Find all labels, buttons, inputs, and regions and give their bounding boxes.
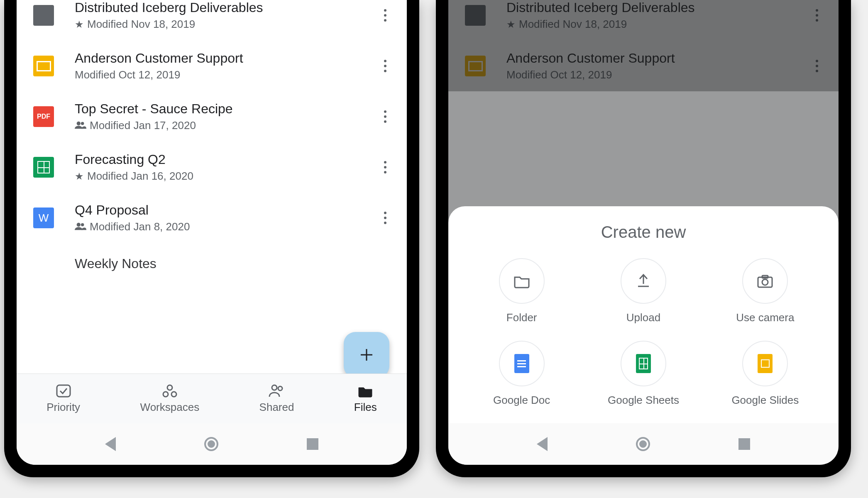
sheets-icon — [33, 157, 54, 178]
file-row[interactable]: Weekly Notes — [17, 243, 407, 284]
more-button[interactable] — [375, 5, 395, 25]
pdf-icon: PDF — [33, 106, 54, 127]
svg-point-7 — [81, 122, 84, 125]
create-google-sheets[interactable]: Google Sheets — [582, 341, 704, 407]
svg-point-17 — [384, 217, 386, 219]
android-back-icon[interactable] — [105, 437, 116, 451]
svg-point-10 — [384, 120, 386, 123]
star-icon: ★ — [75, 171, 84, 182]
android-recent-icon[interactable] — [307, 438, 318, 450]
svg-point-6 — [77, 122, 81, 125]
google-doc-icon — [499, 341, 545, 386]
file-title: Distributed Iceberg Deliverables — [75, 0, 375, 15]
create-fab[interactable] — [344, 332, 389, 378]
file-title: Anderson Customer Support — [75, 51, 375, 66]
svg-point-13 — [384, 171, 386, 173]
nav-priority[interactable]: Priority — [46, 383, 80, 414]
android-back-icon[interactable] — [537, 437, 548, 451]
create-google-doc[interactable]: Google Doc — [461, 341, 582, 407]
shared-icon — [75, 220, 86, 233]
svg-point-25 — [272, 385, 277, 390]
google-slides-icon — [742, 341, 788, 386]
slides-icon — [33, 56, 54, 76]
svg-point-4 — [384, 65, 386, 67]
file-row[interactable]: PDF Top Secret - Sauce Recipe Modified J… — [17, 91, 407, 142]
svg-point-8 — [384, 110, 386, 113]
create-new-sheet: Create new Folder Upload — [448, 206, 839, 423]
svg-point-18 — [384, 222, 386, 224]
file-title: Top Secret - Sauce Recipe — [75, 101, 375, 117]
file-title: Forecasting Q2 — [75, 152, 375, 167]
phone-right: Distributed Iceberg Deliverables ★Modifi… — [436, 0, 851, 477]
file-modified: Modified Nov 18, 2019 — [87, 18, 195, 31]
folder-icon — [33, 5, 54, 26]
more-button[interactable] — [375, 107, 395, 127]
sheet-title: Create new — [461, 223, 826, 242]
file-modified: Modified Oct 12, 2019 — [75, 68, 180, 81]
file-title: Weekly Notes — [75, 256, 395, 271]
file-modified: Modified Jan 16, 2020 — [87, 170, 193, 183]
android-home-icon[interactable] — [204, 437, 218, 451]
bottom-nav: Priority Workspaces Shared Files — [17, 374, 407, 423]
file-list: Distributed Iceberg Deliverables ★ Modif… — [17, 0, 407, 284]
screen-right: Distributed Iceberg Deliverables ★Modifi… — [448, 0, 839, 465]
nav-files[interactable]: Files — [354, 383, 377, 414]
file-modified: Modified Jan 17, 2020 — [90, 119, 196, 132]
create-folder[interactable]: Folder — [461, 258, 582, 324]
android-nav — [17, 423, 407, 465]
svg-point-0 — [384, 9, 386, 12]
file-row[interactable]: W Q4 Proposal Modified Jan 8, 2020 — [17, 193, 407, 243]
phone-left: Distributed Iceberg Deliverables ★ Modif… — [4, 0, 419, 477]
create-upload[interactable]: Upload — [582, 258, 704, 324]
create-camera[interactable]: Use camera — [704, 258, 826, 324]
svg-point-12 — [384, 166, 386, 168]
svg-point-16 — [384, 212, 386, 214]
svg-point-22 — [167, 385, 172, 390]
file-row[interactable]: Anderson Customer Support Modified Oct 1… — [17, 41, 407, 91]
more-button[interactable] — [375, 208, 395, 228]
google-sheets-icon — [621, 341, 666, 386]
nav-shared[interactable]: Shared — [259, 383, 294, 414]
file-row[interactable]: Forecasting Q2 ★ Modified Jan 16, 2020 — [17, 142, 407, 193]
svg-point-15 — [81, 223, 84, 226]
android-home-icon[interactable] — [636, 437, 650, 451]
svg-point-11 — [384, 161, 386, 164]
camera-icon — [742, 258, 788, 304]
file-title: Q4 Proposal — [75, 203, 375, 218]
svg-point-2 — [384, 19, 386, 22]
svg-point-5 — [384, 70, 386, 72]
svg-point-24 — [171, 392, 176, 397]
svg-point-34 — [762, 279, 768, 285]
android-nav — [448, 423, 839, 465]
folder-icon — [499, 258, 545, 304]
svg-point-1 — [384, 14, 386, 17]
shared-icon — [75, 119, 86, 132]
svg-point-3 — [384, 60, 386, 62]
svg-point-9 — [384, 115, 386, 118]
nav-workspaces[interactable]: Workspaces — [140, 383, 200, 414]
svg-point-23 — [163, 392, 168, 397]
svg-point-14 — [77, 223, 81, 227]
svg-rect-21 — [57, 385, 70, 397]
more-button[interactable] — [375, 157, 395, 177]
upload-icon — [621, 258, 666, 304]
svg-point-26 — [278, 386, 282, 391]
file-modified: Modified Jan 8, 2020 — [90, 220, 190, 233]
word-icon: W — [33, 208, 54, 228]
more-button[interactable] — [375, 56, 395, 76]
android-recent-icon[interactable] — [738, 438, 750, 450]
screen-left: Distributed Iceberg Deliverables ★ Modif… — [17, 0, 407, 465]
create-google-slides[interactable]: Google Slides — [704, 341, 826, 407]
star-icon: ★ — [75, 19, 84, 30]
file-row[interactable]: Distributed Iceberg Deliverables ★ Modif… — [17, 0, 407, 41]
